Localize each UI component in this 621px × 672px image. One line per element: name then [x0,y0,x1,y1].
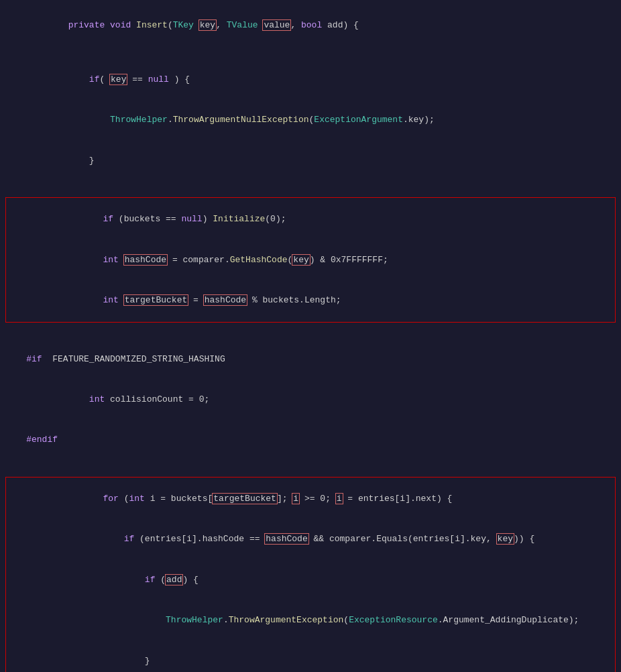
code-editor: private void Insert(TKey key, TValue val… [0,0,621,672]
code-line: if( key == null ) { [0,60,621,100]
code-line [0,461,621,474]
code-line [0,181,621,194]
code-line [0,46,621,59]
code-line: for (int i = buckets[targetBucket]; i >=… [9,479,612,519]
code-line: int hashCode = comparer.GetHashCode(key)… [9,239,612,280]
code-line: if (entries[i].hashCode == hashCode && c… [9,519,612,559]
code-line: private void Insert(TKey key, TValue val… [0,5,621,46]
code-line: int collisionCount = 0; [0,380,621,420]
code-line: if (add) { [9,560,612,600]
highlight-box-2: for (int i = buckets[targetBucket]; i >=… [5,477,616,672]
code-line: #endif [0,420,621,460]
code-line [0,325,621,339]
code-line: #if FEATURE_RANDOMIZED_STRING_HASHING [0,339,621,379]
code-line: if (buckets == null) Initialize(0); [9,199,612,239]
code-line: } [9,640,612,672]
code-line: ThrowHelper.ThrowArgumentNullException(E… [0,100,621,140]
code-line: ThrowHelper.ThrowArgumentException(Excep… [9,600,612,640]
code-text: private void Insert(TKey key, TValue val… [26,20,359,30]
code-line: int targetBucket = hashCode % buckets.Le… [9,280,612,321]
code-line: } [0,140,621,180]
highlight-box-1: if (buckets == null) Initialize(0); int … [5,197,616,323]
